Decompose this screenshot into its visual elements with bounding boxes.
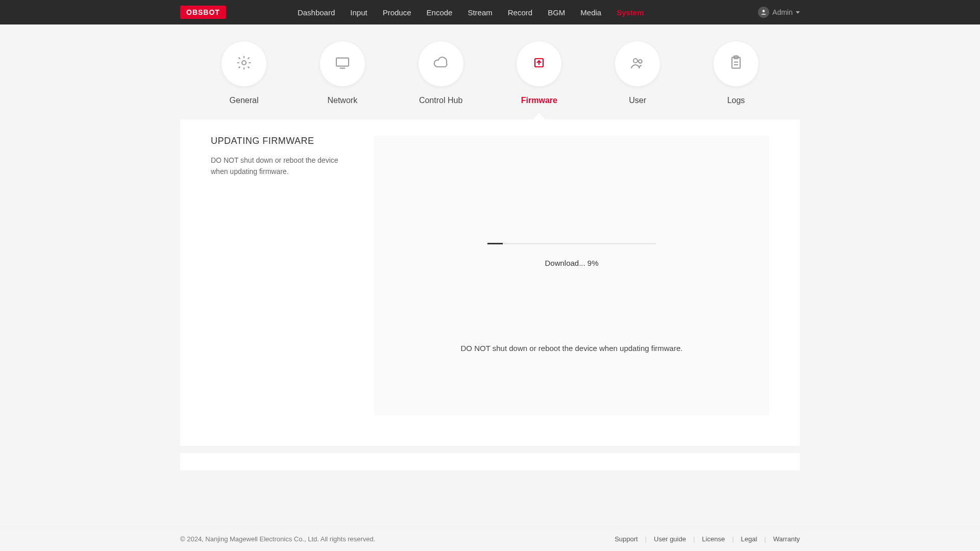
- nav-system[interactable]: System: [617, 8, 644, 17]
- progress-panel: Download... 9% DO NOT shut down or reboo…: [374, 136, 769, 415]
- download-status: Download... 9%: [545, 259, 598, 267]
- chip-icon: [531, 55, 547, 73]
- firmware-warning: DO NOT shut down or reboot the device wh…: [461, 344, 683, 353]
- users-icon: [629, 55, 646, 73]
- user-name: Admin: [772, 8, 793, 16]
- user-menu[interactable]: Admin: [758, 7, 800, 18]
- subtab-label: Firmware: [521, 96, 557, 105]
- top-bar: OBSBOT Dashboard Input Produce Encode St…: [0, 0, 980, 24]
- svg-point-5: [633, 59, 638, 63]
- subtab-firmware[interactable]: Firmware: [516, 41, 562, 105]
- bottom-strip: [180, 453, 800, 470]
- subtab-label: Network: [327, 96, 357, 105]
- svg-point-6: [639, 60, 642, 63]
- subtab-general[interactable]: General: [221, 41, 267, 105]
- nav-input[interactable]: Input: [350, 8, 367, 17]
- svg-rect-2: [336, 58, 349, 66]
- svg-point-0: [763, 10, 765, 12]
- subtab-label: General: [230, 96, 259, 105]
- subtab-label: Control Hub: [419, 96, 462, 105]
- footer-link-userguide[interactable]: User guide: [654, 535, 686, 543]
- panel-subtitle: DO NOT shut down or reboot the device wh…: [211, 155, 344, 178]
- progress-fill: [487, 243, 503, 244]
- nav-stream[interactable]: Stream: [468, 8, 492, 17]
- clipboard-icon: [728, 55, 744, 73]
- footer-link-warranty[interactable]: Warranty: [773, 535, 800, 543]
- copyright: © 2024, Nanjing Magewell Electronics Co.…: [180, 535, 375, 543]
- footer-link-support[interactable]: Support: [615, 535, 638, 543]
- nav-produce[interactable]: Produce: [383, 8, 411, 17]
- footer-link-legal[interactable]: Legal: [741, 535, 757, 543]
- svg-point-1: [242, 61, 246, 65]
- subtab-logs[interactable]: Logs: [713, 41, 759, 105]
- brand-logo: OBSBOT: [180, 6, 226, 19]
- footer: © 2024, Nanjing Magewell Electronics Co.…: [0, 527, 980, 551]
- nav-encode[interactable]: Encode: [427, 8, 453, 17]
- nav-bgm[interactable]: BGM: [548, 8, 565, 17]
- subtab-controlhub[interactable]: Control Hub: [418, 41, 464, 105]
- main-nav: Dashboard Input Produce Encode Stream Re…: [298, 8, 644, 17]
- progress-bar: [487, 243, 656, 244]
- subtab-label: Logs: [727, 96, 745, 105]
- subtab-label: User: [629, 96, 646, 105]
- gear-icon: [236, 55, 252, 73]
- subtab-network[interactable]: Network: [320, 41, 365, 105]
- nav-media[interactable]: Media: [580, 8, 601, 17]
- nav-dashboard[interactable]: Dashboard: [298, 8, 335, 17]
- nav-record[interactable]: Record: [508, 8, 532, 17]
- panel-title: UPDATING FIRMWARE: [211, 136, 344, 146]
- main-panel: UPDATING FIRMWARE DO NOT shut down or re…: [180, 119, 800, 446]
- system-subtabs: General Network Control Hub Firmware Use…: [180, 24, 800, 119]
- footer-link-license[interactable]: License: [702, 535, 725, 543]
- avatar-icon: [758, 7, 769, 18]
- subtab-user[interactable]: User: [615, 41, 660, 105]
- footer-links: Support| User guide| License| Legal| War…: [615, 535, 800, 543]
- panel-sidebar: UPDATING FIRMWARE DO NOT shut down or re…: [211, 136, 344, 415]
- chevron-down-icon: [796, 11, 800, 14]
- cloud-icon: [433, 55, 449, 73]
- monitor-icon: [334, 55, 351, 73]
